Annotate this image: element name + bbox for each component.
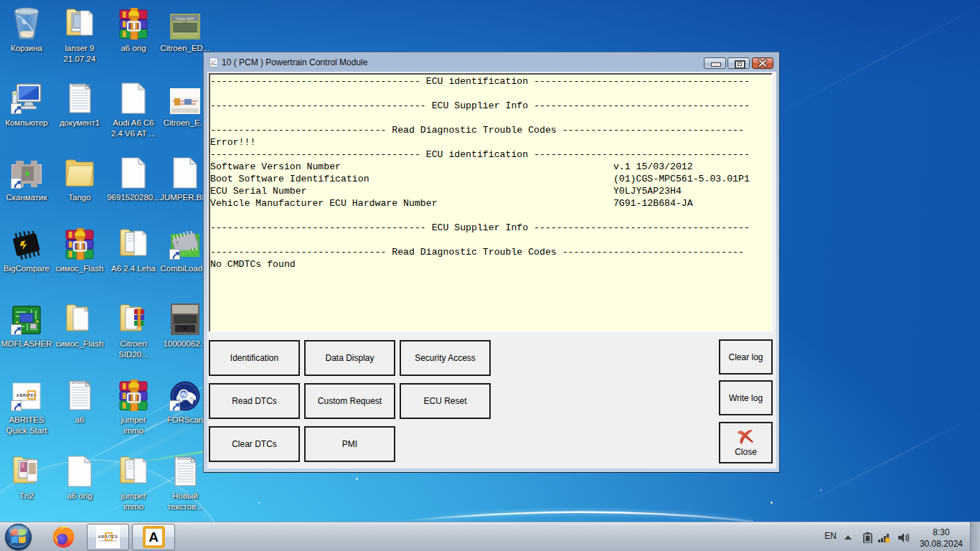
svg-text:ABRITES: ABRITES	[17, 393, 37, 397]
svg-text:Citroen EDC: Citroen EDC	[176, 17, 194, 21]
svg-text:ABRITES: ABRITES	[98, 534, 118, 539]
svg-text:automotive solutions: automotive solutions	[99, 540, 118, 542]
